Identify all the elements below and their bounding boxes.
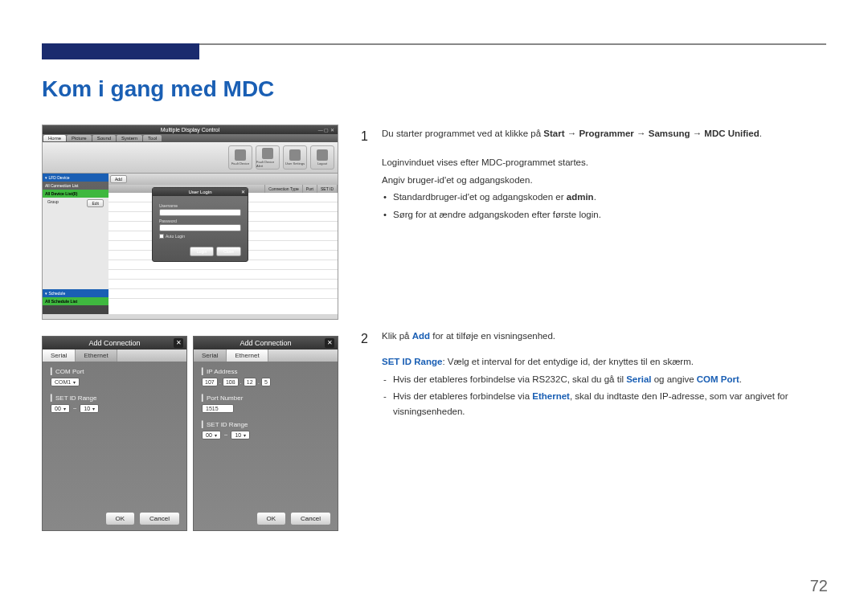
step2-line1: Klik på Add for at tilføje en visningsen… — [382, 329, 825, 343]
tab-tool: Tool — [143, 135, 162, 141]
tab-serial: Serial — [194, 349, 227, 362]
close-button: Close — [216, 247, 241, 256]
user-settings-icon: User Settings — [283, 145, 307, 170]
addconn-titlebar: Add Connection ✕ — [43, 337, 186, 349]
step1-p3: Angiv bruger-id'et og adgangskoden. — [382, 173, 825, 187]
auto-login-label: Auto Login — [166, 234, 185, 239]
tab-sound: Sound — [92, 135, 116, 141]
tab-picture: Picture — [67, 135, 92, 141]
id-from: 00▾ — [51, 404, 70, 413]
window-titlebar: Multiple Display Control — ▢ ✕ — [43, 125, 338, 134]
tab-ethernet: Ethernet — [227, 349, 268, 362]
toolbar: Fault Device Fault Device Alert User Set… — [43, 142, 338, 174]
add-button: Add — [110, 175, 127, 183]
sidebar: ▾ LFD Device All Connection List All Dev… — [43, 174, 108, 314]
screenshot-addconn-ethernet: Add Connection ✕ Serial Ethernet ▎IP Add… — [193, 336, 338, 531]
page-title: Kom i gang med MDC — [42, 76, 274, 102]
header-accent — [42, 43, 199, 59]
addconn-titlebar: Add Connection ✕ — [194, 337, 338, 349]
id-to: 10▾ — [80, 404, 99, 413]
setidrange-label: SET ID Range — [55, 394, 96, 402]
sidebar-conn-list: All Connection List — [43, 182, 108, 190]
id-to: 10▾ — [231, 431, 250, 439]
password-label: Password — [159, 219, 241, 223]
ip-oct-3: 12 — [244, 378, 256, 386]
tab-serial: Serial — [43, 349, 76, 362]
tab-home: Home — [43, 135, 66, 141]
main-tabs: Home Picture Sound System Tool — [43, 134, 338, 142]
username-input — [159, 209, 241, 216]
col-setid: SET ID — [317, 185, 338, 193]
login-dialog: User Login ✕ Username Password Auto Logi… — [152, 187, 248, 262]
cancel-button: Cancel — [139, 512, 180, 525]
auto-login-checkbox — [159, 234, 164, 239]
sidebar-schedule-header: ▾ Schedule — [43, 289, 108, 297]
fault-device-icon: Fault Device — [228, 145, 252, 170]
login-button: Login — [190, 247, 214, 256]
col-port: Port — [303, 185, 317, 193]
login-title: User Login ✕ — [153, 188, 248, 196]
step-number-1: 1 — [361, 126, 371, 224]
comport-select: COM1▾ — [51, 378, 80, 386]
setidrange-label: SET ID Range — [207, 421, 248, 428]
step2-p2: SET ID Range: Vælg et interval for det e… — [382, 354, 825, 369]
step2-d1: Hvis der etableres forbindelse via RS232… — [382, 372, 825, 386]
close-icon: ✕ — [241, 189, 245, 194]
port-input: 1515 — [202, 404, 234, 413]
step1-line1: Du starter programmet ved at klikke på S… — [382, 126, 825, 141]
step-number-2: 2 — [361, 329, 371, 421]
sidebar-lfd-header: ▾ LFD Device — [43, 174, 108, 182]
step1-li2: Sørg for at ændre adgangskoden efter før… — [382, 207, 825, 222]
tab-system: System — [117, 135, 142, 141]
ip-oct-4: 5 — [261, 378, 271, 386]
step1-li1: Standardbruger-id'et og adgangskoden er … — [382, 190, 825, 204]
chevron-down-icon: ▾ — [73, 379, 76, 385]
cancel-button: Cancel — [290, 512, 331, 525]
screenshot-addconn-serial: Add Connection ✕ Serial Ethernet ▎COM Po… — [42, 336, 187, 531]
ok-button: OK — [105, 512, 136, 525]
username-label: Username — [159, 203, 241, 208]
ip-oct-1: 107 — [202, 378, 218, 386]
id-from: 00▾ — [202, 431, 221, 439]
screenshot-mdc-main: Multiple Display Control — ▢ ✕ Home Pict… — [42, 125, 338, 320]
window-controls: — ▢ ✕ — [318, 127, 334, 133]
comport-label: COM Port — [55, 368, 84, 375]
edit-button: Edit — [87, 199, 104, 207]
step1-p2: Loginvinduet vises efter MDC-programmet … — [382, 155, 825, 170]
ok-button: OK — [256, 512, 287, 525]
sidebar-device-list: All Device List(0) — [43, 190, 108, 198]
password-input — [159, 224, 241, 231]
ipaddress-label: IP Address — [207, 368, 238, 375]
sidebar-schedule-list: All Schedule List — [43, 297, 108, 305]
sidebar-group: Group Edit — [43, 198, 108, 206]
close-icon: ✕ — [325, 338, 334, 348]
fault-alert-icon: Fault Device Alert — [256, 145, 280, 170]
step2-d2: Hvis der etableres forbindelse via Ether… — [382, 389, 825, 419]
portnumber-label: Port Number — [207, 394, 243, 402]
page-number: 72 — [810, 577, 828, 595]
ip-oct-2: 108 — [223, 378, 239, 386]
instructions: 1 Du starter programmet ved at klikke på… — [361, 126, 825, 434]
logout-icon: Logout — [310, 145, 334, 170]
close-icon: ✕ — [174, 338, 183, 348]
tab-ethernet: Ethernet — [76, 349, 117, 362]
col-conn-type: Connection Type — [265, 185, 302, 193]
window-title: Multiple Display Control — [161, 127, 220, 133]
